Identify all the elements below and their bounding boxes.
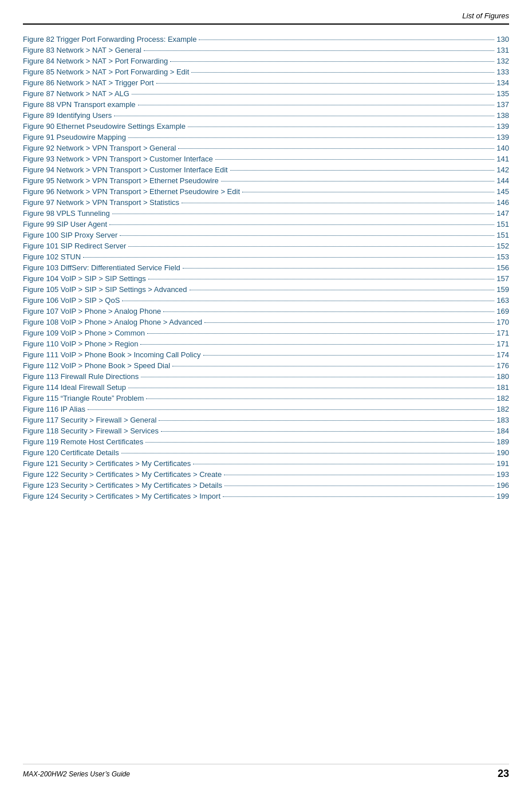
figure-label: Figure 83 Network > NAT > General	[23, 46, 141, 54]
figure-dots	[112, 214, 495, 214]
list-item: Figure 110 VoIP > Phone > Region171	[23, 340, 509, 348]
list-item: Figure 85 Network > NAT > Port Forwardin…	[23, 68, 509, 76]
figure-page-number: 131	[496, 46, 509, 54]
figure-dots	[138, 105, 495, 105]
list-item: Figure 91 Pseudowire Mapping139	[23, 133, 509, 141]
figure-dots	[178, 148, 494, 149]
figure-dots	[159, 420, 494, 421]
figure-label: Figure 109 VoIP > Phone > Common	[23, 329, 145, 337]
list-item: Figure 109 VoIP > Phone > Common171	[23, 329, 509, 337]
list-item: Figure 86 Network > NAT > Trigger Port13…	[23, 78, 509, 87]
figure-page-number: 145	[496, 187, 509, 196]
figure-label: Figure 123 Security > Certificates > My …	[23, 481, 222, 490]
figure-dots	[221, 181, 495, 182]
list-item: Figure 105 VoIP > SIP > SIP Settings > A…	[23, 285, 509, 294]
figure-label: Figure 113 Firewall Rule Directions	[23, 372, 139, 381]
figure-page-number: 174	[496, 350, 509, 359]
figure-dots	[191, 72, 494, 73]
list-item: Figure 84 Network > NAT > Port Forwardin…	[23, 57, 509, 65]
list-item: Figure 101 SIP Redirect Server152	[23, 242, 509, 250]
figure-page-number: 139	[496, 122, 509, 131]
list-item: Figure 113 Firewall Rule Directions180	[23, 372, 509, 381]
figure-dots	[242, 192, 494, 192]
figure-dots	[140, 344, 494, 345]
figure-page-number: 157	[496, 274, 509, 283]
figure-dots	[183, 268, 494, 269]
figure-page-number: 184	[496, 427, 509, 435]
figure-page-number: 140	[496, 144, 509, 152]
list-item: Figure 104 VoIP > SIP > SIP Settings157	[23, 274, 509, 283]
figure-page-number: 182	[496, 394, 509, 403]
figure-label: Figure 85 Network > NAT > Port Forwardin…	[23, 68, 189, 76]
figure-page-number: 151	[496, 220, 509, 228]
figure-label: Figure 119 Remote Host Certificates	[23, 437, 143, 446]
figure-dots	[203, 355, 495, 356]
figure-page-number: 176	[496, 361, 509, 370]
list-item: Figure 102 STUN153	[23, 252, 509, 261]
figure-dots	[224, 475, 494, 475]
list-item: Figure 108 VoIP > Phone > Analog Phone >…	[23, 318, 509, 326]
figure-page-number: 180	[496, 372, 509, 381]
figure-label: Figure 111 VoIP > Phone Book > Incoming …	[23, 350, 201, 359]
list-item: Figure 88 VPN Transport example137	[23, 100, 509, 109]
figure-page-number: 151	[496, 231, 509, 239]
header-title: List of Figures	[462, 11, 509, 20]
figure-label: Figure 118 Security > Firewall > Service…	[23, 427, 159, 435]
figure-dots	[88, 409, 494, 410]
figure-label: Figure 120 Certificate Details	[23, 448, 119, 457]
figure-label: Figure 101 SIP Redirect Server	[23, 242, 126, 250]
figure-label: Figure 124 Security > Certificates > My …	[23, 492, 220, 500]
figure-label: Figure 105 VoIP > SIP > SIP Settings > A…	[23, 285, 187, 294]
figure-page-number: 132	[496, 57, 509, 65]
figure-dots	[170, 61, 494, 62]
figure-dots	[128, 137, 494, 138]
list-item: Figure 93 Network > VPN Transport > Cust…	[23, 155, 509, 163]
list-item: Figure 106 VoIP > SIP > QoS163	[23, 296, 509, 305]
figure-dots	[230, 170, 495, 171]
figure-label: Figure 110 VoIP > Phone > Region	[23, 340, 138, 348]
list-item: Figure 124 Security > Certificates > My …	[23, 492, 509, 500]
figure-page-number: 133	[496, 68, 509, 76]
list-item: Figure 103 DiffServ: Differentiated Serv…	[23, 263, 509, 272]
figure-page-number: 181	[496, 383, 509, 392]
figure-label: Figure 87 Network > NAT > ALG	[23, 89, 129, 98]
figure-label: Figure 107 VoIP > Phone > Analog Phone	[23, 307, 161, 315]
figure-label: Figure 90 Ethernet Pseudowire Settings E…	[23, 122, 186, 131]
list-item: Figure 98 VPLS Tunneling147	[23, 209, 509, 218]
page-footer: MAX-200HW2 Series User’s Guide 23	[23, 764, 509, 780]
figure-dots	[144, 50, 494, 51]
figure-dots	[145, 442, 494, 443]
figure-label: Figure 94 Network > VPN Transport > Cust…	[23, 165, 228, 174]
list-item: Figure 97 Network > VPN Transport > Stat…	[23, 198, 509, 207]
list-item: Figure 116 IP Alias182	[23, 405, 509, 413]
list-item: Figure 90 Ethernet Pseudowire Settings E…	[23, 122, 509, 131]
figure-label: Figure 122 Security > Certificates > My …	[23, 470, 222, 479]
figure-dots	[163, 311, 494, 312]
figure-page-number: 163	[496, 296, 509, 305]
list-item: Figure 100 SIP Proxy Server151	[23, 231, 509, 239]
figure-label: Figure 84 Network > NAT > Port Forwardin…	[23, 57, 168, 65]
list-item: Figure 121 Security > Certificates > My …	[23, 459, 509, 468]
figure-label: Figure 93 Network > VPN Transport > Cust…	[23, 155, 213, 163]
figure-label: Figure 121 Security > Certificates > My …	[23, 459, 191, 468]
figure-label: Figure 99 SIP User Agent	[23, 220, 107, 228]
figure-dots	[128, 246, 494, 247]
list-item: Figure 99 SIP User Agent151	[23, 220, 509, 228]
figure-dots	[172, 366, 494, 366]
figure-label: Figure 112 VoIP > Phone Book > Speed Dia…	[23, 361, 170, 370]
figure-label: Figure 91 Pseudowire Mapping	[23, 133, 126, 141]
figure-dots	[148, 279, 495, 279]
footer-page-number: 23	[498, 768, 509, 780]
figure-page-number: 193	[496, 470, 509, 479]
figure-page-number: 169	[496, 307, 509, 315]
figure-page-number: 139	[496, 133, 509, 141]
list-item: Figure 87 Network > NAT > ALG135	[23, 89, 509, 98]
figure-page-number: 146	[496, 198, 509, 207]
figure-page-number: 130	[496, 35, 509, 44]
figure-label: Figure 102 STUN	[23, 252, 81, 261]
figure-page-number: 152	[496, 242, 509, 250]
figure-label: Figure 114 Ideal Firewall Setup	[23, 383, 126, 392]
figure-page-number: 153	[496, 252, 509, 261]
figure-page-number: 196	[496, 481, 509, 490]
figure-label: Figure 103 DiffServ: Differentiated Serv…	[23, 263, 180, 272]
